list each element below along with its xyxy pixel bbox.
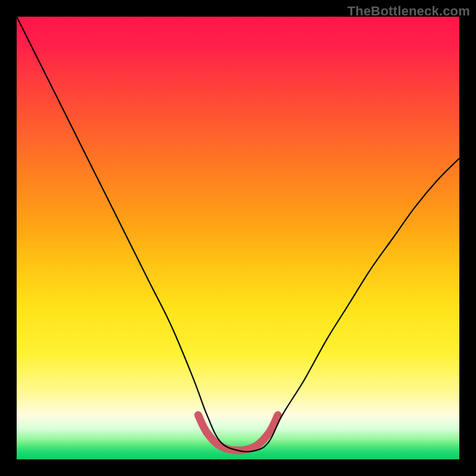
bottleneck-curve [17, 17, 459, 452]
chart-frame: TheBottleneck.com [0, 0, 476, 476]
curve-svg [17, 17, 459, 459]
